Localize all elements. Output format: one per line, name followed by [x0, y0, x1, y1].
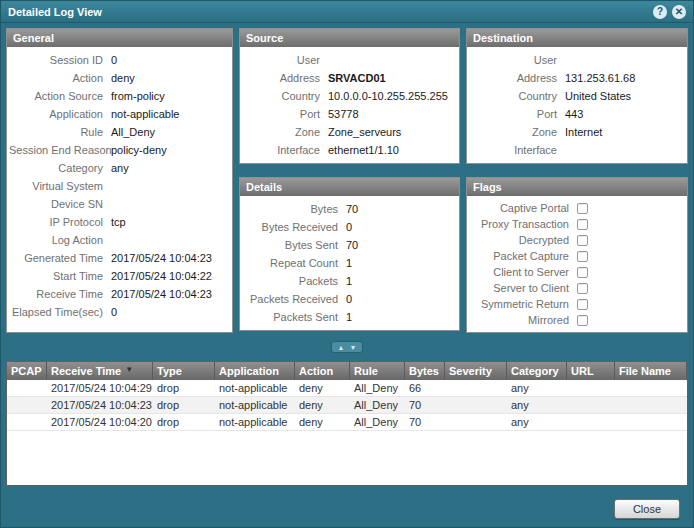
- flag-row-decrypted: Decrypted: [469, 232, 685, 248]
- field-label: Repeat Count: [242, 257, 346, 269]
- field-value: 1: [346, 311, 352, 323]
- mirrored-checkbox[interactable]: [577, 315, 588, 326]
- field-row-source-zone: ZoneZone_serveurs: [242, 123, 457, 141]
- field-value: not-applicable: [111, 108, 180, 120]
- cell-receive-time: 2017/05/24 10:04:23: [47, 397, 153, 413]
- sort-desc-icon: ▼: [125, 365, 133, 374]
- packet-capture-checkbox[interactable]: [577, 251, 588, 262]
- field-row-source-interface: Interfaceethernet1/1.10: [242, 141, 457, 159]
- field-label: Application: [9, 108, 111, 120]
- field-label: Country: [469, 90, 565, 102]
- help-icon[interactable]: ?: [653, 5, 667, 19]
- field-row-session-id: Session ID0: [9, 51, 230, 69]
- field-row-action-source: Action Sourcefrom-policy: [9, 87, 230, 105]
- field-row-rule: RuleAll_Deny: [9, 123, 230, 141]
- client-to-server-checkbox[interactable]: [577, 267, 588, 278]
- cell-type: drop: [153, 380, 215, 396]
- field-label: Packets: [242, 275, 346, 287]
- table-row[interactable]: 2017/05/24 10:04:29 drop not-applicable …: [7, 380, 687, 397]
- column-header-action[interactable]: Action: [295, 362, 350, 380]
- column-header-category[interactable]: Category: [507, 362, 567, 380]
- cell-severity: [445, 380, 507, 396]
- column-header-file-name[interactable]: File Name: [615, 362, 687, 380]
- field-row-source-port: Port53778: [242, 105, 457, 123]
- field-value: 70: [346, 203, 358, 215]
- field-row-ip-protocol: IP Protocoltcp: [9, 213, 230, 231]
- cell-category: any: [507, 414, 567, 430]
- field-value: 131.253.61.68: [565, 72, 635, 84]
- field-row-source-address: AddressSRVACD01: [242, 69, 457, 87]
- column-header-severity[interactable]: Severity: [445, 362, 507, 380]
- column-header-rule[interactable]: Rule: [350, 362, 405, 380]
- field-row-log-action: Log Action: [9, 231, 230, 249]
- footer-bar: Close: [1, 491, 693, 527]
- field-label: Port: [469, 108, 565, 120]
- table-row[interactable]: 2017/05/24 10:04:23 drop not-applicable …: [7, 397, 687, 414]
- flag-label: Proxy Transaction: [469, 218, 577, 230]
- field-value: 1: [346, 275, 352, 287]
- flag-label: Client to Server: [469, 266, 577, 278]
- column-header-receive-time[interactable]: Receive Time▼: [47, 362, 153, 380]
- field-label: Country: [242, 90, 328, 102]
- column-header-bytes[interactable]: Bytes: [405, 362, 445, 380]
- field-row-packets-received: Packets Received0: [242, 290, 457, 308]
- close-button[interactable]: Close: [614, 499, 680, 519]
- column-label: Severity: [449, 365, 492, 377]
- field-row-dest-interface: Interface: [469, 141, 685, 159]
- column-header-url[interactable]: URL: [567, 362, 615, 380]
- flag-row-captive-portal: Captive Portal: [469, 200, 685, 216]
- server-to-client-checkbox[interactable]: [577, 283, 588, 294]
- column-header-type[interactable]: Type: [153, 362, 215, 380]
- detailed-log-view-dialog: Detailed Log View ? ✕ General Session ID…: [0, 0, 694, 528]
- field-value: 2017/05/24 10:04:23: [111, 252, 212, 264]
- field-row-source-country: Country10.0.0.0-10.255.255.255: [242, 87, 457, 105]
- collapse-down-icon: ▼: [350, 344, 357, 351]
- field-value: 0: [346, 221, 352, 233]
- table-body: 2017/05/24 10:04:29 drop not-applicable …: [7, 380, 687, 485]
- column-header-application[interactable]: Application: [215, 362, 295, 380]
- field-row-generated-time: Generated Time2017/05/24 10:04:23: [9, 249, 230, 267]
- right-column: Destination User Address131.253.61.68 Co…: [466, 28, 688, 333]
- source-panel-body: User AddressSRVACD01 Country10.0.0.0-10.…: [240, 47, 459, 163]
- field-label: Bytes: [242, 203, 346, 215]
- column-label: Category: [511, 365, 559, 377]
- field-value: 0: [111, 306, 117, 318]
- cell-rule: All_Deny: [350, 414, 405, 430]
- field-row-device-sn: Device SN: [9, 195, 230, 213]
- captive-portal-checkbox[interactable]: [577, 203, 588, 214]
- source-panel-header: Source: [240, 29, 459, 47]
- field-label: Action: [9, 72, 111, 84]
- field-label: Rule: [9, 126, 111, 138]
- column-label: Bytes: [409, 365, 439, 377]
- column-header-pcap[interactable]: PCAP: [7, 362, 47, 380]
- column-label: Application: [219, 365, 279, 377]
- field-value: 70: [346, 239, 358, 251]
- field-label: Zone: [242, 126, 328, 138]
- field-value: 443: [565, 108, 583, 120]
- field-row-receive-time: Receive Time2017/05/24 10:04:23: [9, 285, 230, 303]
- cell-bytes: 70: [405, 414, 445, 430]
- field-row-bytes: Bytes70: [242, 200, 457, 218]
- decrypted-checkbox[interactable]: [577, 235, 588, 246]
- detail-panels: General Session ID0 Actiondeny Action So…: [6, 28, 688, 333]
- close-icon[interactable]: ✕: [672, 5, 686, 19]
- flag-label: Packet Capture: [469, 250, 577, 262]
- table-row[interactable]: 2017/05/24 10:04:20 drop not-applicable …: [7, 414, 687, 431]
- field-label: Packets Received: [242, 293, 346, 305]
- field-value: tcp: [111, 216, 126, 228]
- collapse-up-icon: ▲: [338, 344, 345, 351]
- column-label: PCAP: [11, 365, 42, 377]
- field-label: Session ID: [9, 54, 111, 66]
- proxy-transaction-checkbox[interactable]: [577, 219, 588, 230]
- field-row-action: Actiondeny: [9, 69, 230, 87]
- field-value: policy-deny: [111, 144, 167, 156]
- cell-pcap: [7, 414, 47, 430]
- symmetric-return-checkbox[interactable]: [577, 299, 588, 310]
- cell-receive-time: 2017/05/24 10:04:29: [47, 380, 153, 396]
- splitter-collapse-handle[interactable]: ▲ ▼: [331, 341, 364, 353]
- field-value: SRVACD01: [328, 72, 386, 84]
- flag-label: Decrypted: [469, 234, 577, 246]
- cell-url: [567, 380, 615, 396]
- field-row-dest-address: Address131.253.61.68: [469, 69, 685, 87]
- dialog-content: General Session ID0 Actiondeny Action So…: [1, 23, 693, 491]
